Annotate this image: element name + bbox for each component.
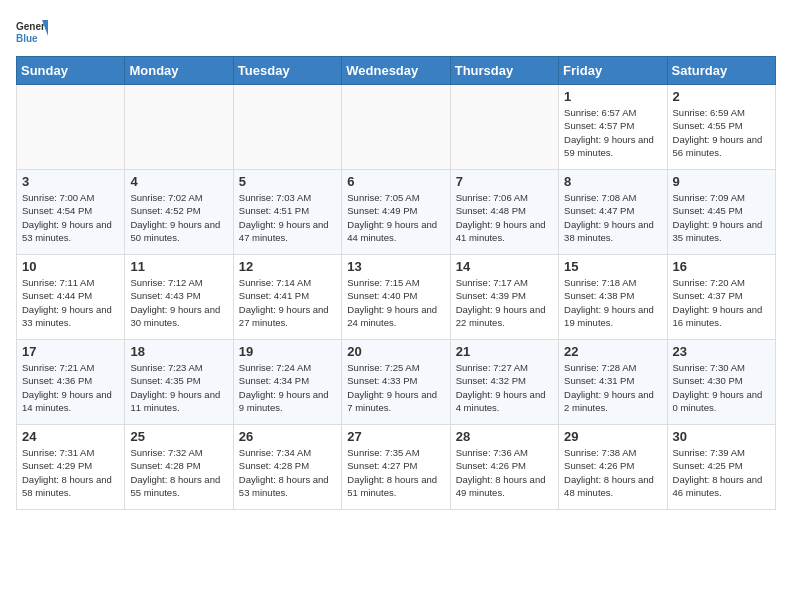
cell-info: Daylight: 9 hours and 44 minutes. [347, 218, 444, 245]
cell-info: Daylight: 9 hours and 11 minutes. [130, 388, 227, 415]
header-tuesday: Tuesday [233, 57, 341, 85]
cell-info: Sunset: 4:51 PM [239, 204, 336, 217]
cell-info: Sunrise: 7:05 AM [347, 191, 444, 204]
day-number: 1 [564, 89, 661, 104]
day-number: 21 [456, 344, 553, 359]
cell-info: Sunset: 4:25 PM [673, 459, 770, 472]
cell-info: Sunrise: 7:02 AM [130, 191, 227, 204]
cell-info: Sunset: 4:43 PM [130, 289, 227, 302]
cell-info: Sunrise: 6:57 AM [564, 106, 661, 119]
calendar-cell: 8Sunrise: 7:08 AMSunset: 4:47 PMDaylight… [559, 170, 667, 255]
day-number: 12 [239, 259, 336, 274]
cell-info: Daylight: 9 hours and 24 minutes. [347, 303, 444, 330]
calendar-cell: 4Sunrise: 7:02 AMSunset: 4:52 PMDaylight… [125, 170, 233, 255]
cell-info: Sunrise: 7:18 AM [564, 276, 661, 289]
day-number: 16 [673, 259, 770, 274]
cell-info: Sunrise: 7:39 AM [673, 446, 770, 459]
day-number: 23 [673, 344, 770, 359]
cell-info: Sunrise: 7:28 AM [564, 361, 661, 374]
cell-info: Sunset: 4:39 PM [456, 289, 553, 302]
week-row-3: 10Sunrise: 7:11 AMSunset: 4:44 PMDayligh… [17, 255, 776, 340]
day-number: 28 [456, 429, 553, 444]
calendar-cell: 16Sunrise: 7:20 AMSunset: 4:37 PMDayligh… [667, 255, 775, 340]
calendar-cell: 20Sunrise: 7:25 AMSunset: 4:33 PMDayligh… [342, 340, 450, 425]
calendar-cell: 26Sunrise: 7:34 AMSunset: 4:28 PMDayligh… [233, 425, 341, 510]
day-number: 18 [130, 344, 227, 359]
cell-info: Sunrise: 7:20 AM [673, 276, 770, 289]
cell-info: Sunset: 4:34 PM [239, 374, 336, 387]
day-number: 29 [564, 429, 661, 444]
cell-info: Daylight: 9 hours and 7 minutes. [347, 388, 444, 415]
calendar-cell [17, 85, 125, 170]
cell-info: Daylight: 8 hours and 51 minutes. [347, 473, 444, 500]
cell-info: Daylight: 9 hours and 27 minutes. [239, 303, 336, 330]
calendar-cell: 3Sunrise: 7:00 AMSunset: 4:54 PMDaylight… [17, 170, 125, 255]
week-row-2: 3Sunrise: 7:00 AMSunset: 4:54 PMDaylight… [17, 170, 776, 255]
cell-info: Sunset: 4:33 PM [347, 374, 444, 387]
header-sunday: Sunday [17, 57, 125, 85]
cell-info: Daylight: 9 hours and 47 minutes. [239, 218, 336, 245]
cell-info: Sunset: 4:26 PM [564, 459, 661, 472]
calendar-cell [125, 85, 233, 170]
day-number: 24 [22, 429, 119, 444]
calendar-body: 1Sunrise: 6:57 AMSunset: 4:57 PMDaylight… [17, 85, 776, 510]
cell-info: Sunrise: 7:08 AM [564, 191, 661, 204]
cell-info: Sunset: 4:35 PM [130, 374, 227, 387]
day-number: 20 [347, 344, 444, 359]
day-number: 14 [456, 259, 553, 274]
cell-info: Sunrise: 7:11 AM [22, 276, 119, 289]
header-saturday: Saturday [667, 57, 775, 85]
day-number: 30 [673, 429, 770, 444]
calendar-table: SundayMondayTuesdayWednesdayThursdayFrid… [16, 56, 776, 510]
day-number: 4 [130, 174, 227, 189]
cell-info: Sunrise: 6:59 AM [673, 106, 770, 119]
week-row-5: 24Sunrise: 7:31 AMSunset: 4:29 PMDayligh… [17, 425, 776, 510]
cell-info: Sunset: 4:45 PM [673, 204, 770, 217]
calendar-cell: 1Sunrise: 6:57 AMSunset: 4:57 PMDaylight… [559, 85, 667, 170]
cell-info: Sunrise: 7:35 AM [347, 446, 444, 459]
cell-info: Sunrise: 7:24 AM [239, 361, 336, 374]
day-number: 8 [564, 174, 661, 189]
cell-info: Daylight: 9 hours and 14 minutes. [22, 388, 119, 415]
calendar-cell: 6Sunrise: 7:05 AMSunset: 4:49 PMDaylight… [342, 170, 450, 255]
cell-info: Daylight: 8 hours and 58 minutes. [22, 473, 119, 500]
cell-info: Sunset: 4:30 PM [673, 374, 770, 387]
day-number: 7 [456, 174, 553, 189]
cell-info: Sunset: 4:29 PM [22, 459, 119, 472]
cell-info: Sunset: 4:48 PM [456, 204, 553, 217]
cell-info: Sunrise: 7:32 AM [130, 446, 227, 459]
calendar-cell: 21Sunrise: 7:27 AMSunset: 4:32 PMDayligh… [450, 340, 558, 425]
day-number: 27 [347, 429, 444, 444]
calendar-cell: 12Sunrise: 7:14 AMSunset: 4:41 PMDayligh… [233, 255, 341, 340]
cell-info: Daylight: 9 hours and 0 minutes. [673, 388, 770, 415]
calendar-cell: 24Sunrise: 7:31 AMSunset: 4:29 PMDayligh… [17, 425, 125, 510]
cell-info: Daylight: 8 hours and 55 minutes. [130, 473, 227, 500]
cell-info: Daylight: 9 hours and 16 minutes. [673, 303, 770, 330]
calendar-cell [233, 85, 341, 170]
day-number: 22 [564, 344, 661, 359]
calendar-cell: 7Sunrise: 7:06 AMSunset: 4:48 PMDaylight… [450, 170, 558, 255]
cell-info: Sunset: 4:28 PM [239, 459, 336, 472]
cell-info: Sunrise: 7:12 AM [130, 276, 227, 289]
cell-info: Daylight: 9 hours and 22 minutes. [456, 303, 553, 330]
cell-info: Daylight: 9 hours and 9 minutes. [239, 388, 336, 415]
cell-info: Daylight: 8 hours and 48 minutes. [564, 473, 661, 500]
cell-info: Daylight: 9 hours and 53 minutes. [22, 218, 119, 245]
cell-info: Sunset: 4:44 PM [22, 289, 119, 302]
header-friday: Friday [559, 57, 667, 85]
calendar-cell: 23Sunrise: 7:30 AMSunset: 4:30 PMDayligh… [667, 340, 775, 425]
logo: General Blue [16, 16, 48, 48]
day-number: 6 [347, 174, 444, 189]
header-thursday: Thursday [450, 57, 558, 85]
cell-info: Sunrise: 7:30 AM [673, 361, 770, 374]
day-headers-row: SundayMondayTuesdayWednesdayThursdayFrid… [17, 57, 776, 85]
cell-info: Sunrise: 7:36 AM [456, 446, 553, 459]
cell-info: Sunrise: 7:06 AM [456, 191, 553, 204]
calendar-cell: 27Sunrise: 7:35 AMSunset: 4:27 PMDayligh… [342, 425, 450, 510]
cell-info: Daylight: 9 hours and 50 minutes. [130, 218, 227, 245]
cell-info: Sunrise: 7:03 AM [239, 191, 336, 204]
cell-info: Daylight: 8 hours and 46 minutes. [673, 473, 770, 500]
cell-info: Daylight: 9 hours and 2 minutes. [564, 388, 661, 415]
calendar-cell [450, 85, 558, 170]
cell-info: Daylight: 9 hours and 33 minutes. [22, 303, 119, 330]
